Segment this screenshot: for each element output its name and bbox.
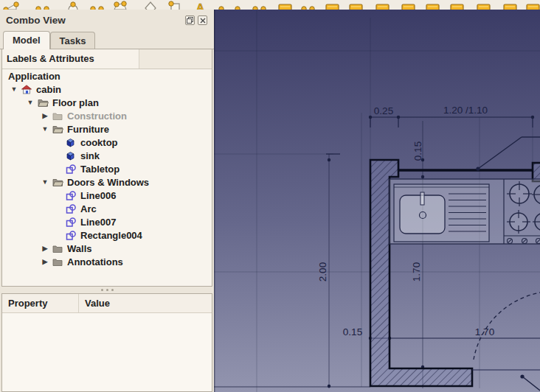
dim-bottom-inner-width: 1.70 — [475, 326, 494, 337]
cube-icon — [66, 138, 79, 147]
property-editor: Property Value — [1, 293, 212, 392]
viewport-left-edge — [214, 10, 215, 392]
panel-splitter[interactable] — [0, 287, 214, 293]
folder-closed-icon — [52, 112, 66, 120]
dim-top-span: 1.20 /1.10 — [443, 105, 488, 116]
tree-item-line007[interactable]: Line007 — [2, 215, 212, 228]
tree-item-line006[interactable]: Line006 — [2, 189, 212, 202]
float-icon — [187, 17, 193, 24]
top-toolbar: A — [0, 0, 540, 10]
expander-expanded-icon[interactable]: ▼ — [23, 99, 38, 106]
cube-icon — [66, 151, 79, 161]
tree-item-tabletop[interactable]: Tabletop — [2, 162, 212, 175]
value-column-header: Value — [79, 294, 212, 312]
expander-collapsed-icon[interactable]: ▶ — [38, 258, 52, 265]
labels-attributes-header: Labels & Attributes — [2, 49, 139, 69]
tree-item-furniture[interactable]: ▼ Furniture — [2, 122, 212, 136]
expander-collapsed-icon[interactable]: ▶ — [38, 112, 52, 119]
tab-tasks[interactable]: Tasks — [50, 32, 96, 49]
empty-column-header — [139, 49, 212, 69]
folder-closed-icon — [52, 258, 66, 266]
tree-item-application[interactable]: Application — [2, 69, 212, 83]
3d-view[interactable]: 0.25 1.20 /1.10 0.15 2.00 1.70 0.15 1.70 — [214, 10, 540, 392]
tree-item-arc[interactable]: Arc — [2, 202, 212, 215]
draft-shape-icon — [66, 217, 79, 227]
dim-top-offset: 0.25 — [374, 105, 393, 116]
close-panel-button[interactable] — [198, 15, 207, 25]
tree-item-doors-windows[interactable]: ▼ Doors & Windows — [2, 175, 212, 189]
tree-column-header: Labels & Attributes — [2, 49, 212, 69]
folder-open-icon — [52, 178, 66, 186]
dim-top-wall-thickness: 0.15 — [412, 141, 423, 161]
draft-shape-icon — [66, 164, 79, 174]
close-icon — [200, 18, 206, 24]
combo-view-panel: Combo View ModelTasks Labels & Attribute… — [0, 10, 214, 392]
dim-bottom-wall-thickness: 0.15 — [343, 326, 362, 337]
combo-view-titlebar: Combo View — [0, 10, 214, 31]
expander-collapsed-icon[interactable]: ▶ — [38, 245, 52, 252]
property-editor-header: Property Value — [2, 294, 212, 313]
sink-faucet — [420, 192, 424, 205]
expander-expanded-icon[interactable]: ▼ — [7, 85, 21, 93]
tree-item-construction[interactable]: ▶ Construction — [2, 109, 212, 122]
expander-expanded-icon[interactable]: ▼ — [38, 125, 52, 133]
tree-item-floor-plan[interactable]: ▼ Floor plan — [2, 96, 212, 109]
folder-open-icon — [52, 125, 66, 133]
tree-item-walls[interactable]: ▶ Walls — [2, 242, 212, 255]
model-tree: Labels & Attributes Application ▼ cabin … — [1, 49, 212, 287]
draft-shape-icon — [66, 204, 79, 214]
expander-expanded-icon[interactable]: ▼ — [38, 178, 52, 186]
tree-item-rectangle004[interactable]: Rectangle004 — [2, 228, 212, 242]
float-panel-button[interactable] — [185, 15, 195, 25]
folder-closed-icon — [52, 245, 66, 253]
tree-item-cooktop[interactable]: cooktop — [2, 136, 212, 149]
draft-shape-icon — [66, 231, 79, 240]
tree-item-annotations[interactable]: ▶ Annotations — [2, 255, 212, 268]
wall-top-right[interactable] — [533, 163, 540, 181]
tree-item-sink[interactable]: sink — [2, 149, 212, 162]
draft-shape-icon — [66, 191, 79, 200]
folder-open-icon — [38, 99, 51, 107]
tree-item-cabin[interactable]: ▼ cabin — [2, 83, 212, 96]
draft-polygon-tool-icon[interactable] — [114, 1, 126, 10]
property-column-header: Property — [2, 294, 79, 312]
panel-title: Combo View — [6, 15, 66, 26]
combo-view-tabbar: ModelTasks — [0, 31, 214, 49]
dim-left-height: 2.00 — [317, 262, 328, 281]
tab-model[interactable]: Model — [3, 31, 50, 49]
house-icon — [21, 85, 35, 94]
dim-inner-height: 1.70 — [411, 262, 422, 281]
